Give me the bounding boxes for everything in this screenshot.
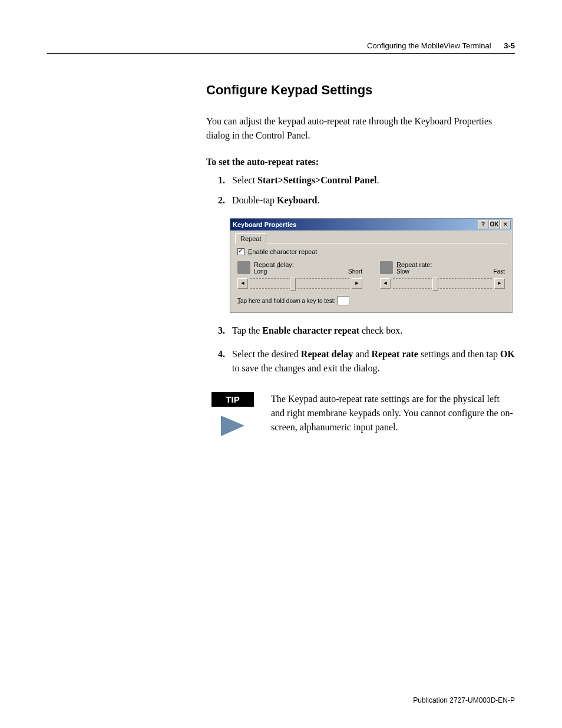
dialog-title: Keyboard Properties	[233, 221, 477, 228]
header-page-number: 3-5	[504, 41, 515, 50]
aa-icon	[380, 261, 393, 274]
tip-badge: TIP	[211, 392, 253, 407]
step-text-bold: Start>Settings>Control Panel	[257, 175, 376, 185]
step-text-part: .	[317, 195, 319, 205]
svg-marker-0	[221, 416, 244, 436]
step-text-part: check box.	[359, 325, 402, 335]
page-header: Configuring the MobileView Terminal 3-5	[367, 41, 515, 50]
step-text-part: to save the changes and exit the dialog.	[232, 363, 380, 373]
keyboard-properties-dialog: Keyboard Properties ? OK × Repeat Enable…	[230, 218, 513, 313]
step-text-part: and	[353, 349, 371, 359]
rate-slow-label: Slow	[396, 268, 409, 275]
header-chapter: Configuring the MobileView Terminal	[367, 41, 491, 50]
step-text-part: Tap the	[232, 325, 262, 335]
dialog-titlebar: Keyboard Properties ? OK ×	[230, 219, 512, 230]
delay-track[interactable]	[250, 278, 349, 289]
step-number: 1.	[218, 173, 232, 187]
rate-decrease-button[interactable]: ◄	[380, 278, 391, 289]
step-text-bold: OK	[500, 349, 515, 359]
tip-text: The Keypad auto-repeat rate settings are…	[271, 392, 515, 439]
header-rule	[47, 53, 515, 54]
step-number: 3.	[218, 324, 232, 338]
step-text: Tap the Enable character repeat check bo…	[232, 324, 515, 338]
delay-long-label: Long	[254, 268, 267, 275]
repeat-delay-slider[interactable]: ◄ ►	[237, 278, 362, 289]
procedure-label: To set the auto-repeat rates:	[206, 157, 515, 167]
step-number: 4.	[218, 347, 232, 375]
repeat-rate-slider[interactable]: ◄ ►	[380, 278, 505, 289]
step-1: 1. Select Start>Settings>Control Panel.	[218, 173, 515, 187]
test-label: Tap here and hold down a key to test:	[237, 298, 335, 304]
repeat-rate-group: Repeat rate: Slow Fast ◄ ►	[380, 261, 505, 289]
step-text-bold: Repeat delay	[301, 349, 353, 359]
ok-button[interactable]: OK	[489, 220, 500, 229]
step-text-bold: Keyboard	[277, 195, 317, 205]
tip-arrow-icon	[218, 413, 247, 439]
help-button[interactable]: ?	[478, 220, 488, 229]
repeat-tab[interactable]: Repeat	[235, 233, 266, 243]
rate-track[interactable]	[393, 278, 492, 289]
step-text-part: .	[376, 175, 379, 185]
test-input[interactable]	[338, 296, 349, 305]
delay-short-label: Short	[348, 268, 362, 275]
repeat-delay-label: Repeat delay:	[254, 261, 362, 268]
clock-keyboard-icon	[237, 261, 250, 274]
delay-decrease-button[interactable]: ◄	[237, 278, 248, 289]
publication-footer: Publication 2727-UM003D-EN-P	[413, 696, 515, 704]
step-text-part: settings and then tap	[418, 349, 500, 359]
step-text-bold: Enable character repeat	[262, 325, 359, 335]
enable-repeat-checkbox[interactable]	[237, 248, 244, 255]
step-text: Select the desired Repeat delay and Repe…	[232, 347, 515, 375]
enable-repeat-label: Enable character repeat	[248, 248, 317, 255]
tip-block: TIP The Keypad auto-repeat rate settings…	[206, 392, 515, 439]
repeat-delay-group: Repeat delay: Long Short ◄	[237, 261, 362, 289]
repeat-rate-label: Repeat rate:	[396, 261, 505, 268]
enable-repeat-row: Enable character repeat	[237, 248, 505, 255]
step-text: Double-tap Keyboard.	[232, 193, 515, 207]
step-3: 3. Tap the Enable character repeat check…	[218, 324, 515, 338]
step-text-part: Select the desired	[232, 349, 301, 359]
delay-increase-button[interactable]: ►	[352, 278, 362, 289]
step-4: 4. Select the desired Repeat delay and R…	[218, 347, 515, 375]
step-2: 2. Double-tap Keyboard.	[218, 193, 515, 207]
section-title: Configure Keypad Settings	[206, 83, 515, 98]
step-text: Select Start>Settings>Control Panel.	[232, 173, 515, 187]
rate-fast-label: Fast	[494, 268, 505, 275]
rate-increase-button[interactable]: ►	[494, 278, 505, 289]
step-text-bold: Repeat rate	[371, 349, 418, 359]
intro-paragraph: You can adjust the keypad auto-repeat ra…	[206, 114, 515, 143]
step-text-part: Double-tap	[232, 195, 277, 205]
close-button[interactable]: ×	[500, 220, 511, 229]
step-text-part: Select	[232, 175, 257, 185]
step-number: 2.	[218, 193, 232, 207]
